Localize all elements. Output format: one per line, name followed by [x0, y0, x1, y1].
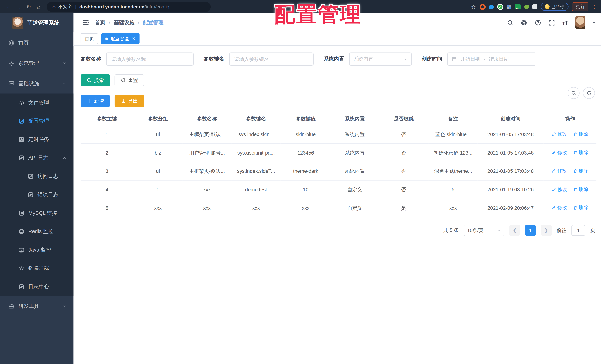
app-logo-row[interactable]: 芋道管理系统	[0, 13, 74, 33]
trash-icon	[573, 150, 578, 155]
sidebar-item-log-center[interactable]: 日志中心	[0, 278, 74, 296]
sidebar-item-file-manage[interactable]: 文件管理	[0, 94, 74, 112]
cell-group: xxx	[133, 199, 182, 217]
col-header: 参数主键	[80, 112, 133, 125]
close-tab-icon[interactable]: ✕	[132, 36, 135, 41]
fullscreen-icon[interactable]	[549, 19, 555, 26]
search-button[interactable]: 搜索	[80, 74, 110, 86]
sidebar-item-home[interactable]: 首页	[0, 32, 74, 53]
system-type-select[interactable]: 系统内置	[349, 52, 411, 66]
goto-page-input[interactable]	[571, 225, 585, 236]
cell-key: xxx	[231, 199, 281, 217]
param-key-input[interactable]	[229, 52, 313, 66]
delete-link[interactable]: 删除	[573, 149, 588, 156]
breadcrumb-section[interactable]: 基础设施	[114, 19, 134, 26]
sidebar-item-mysql-monitor[interactable]: MySQL 监控	[0, 204, 74, 222]
edit-link[interactable]: 修改	[552, 131, 567, 137]
refresh-icon	[121, 78, 126, 83]
search-icon[interactable]	[507, 19, 514, 26]
extension-check-icon[interactable]: ✓	[497, 4, 503, 10]
tag-home[interactable]: 首页	[80, 33, 98, 44]
bookmark-star-icon[interactable]: ☆	[471, 4, 476, 10]
delete-link[interactable]: 删除	[573, 205, 588, 211]
cell-type: 系统内置	[331, 143, 379, 162]
sidebar-item-java-monitor[interactable]: Java 监控	[0, 241, 74, 259]
extensions-puzzle-icon[interactable]	[532, 4, 537, 9]
add-button-label: 新增	[94, 98, 104, 104]
cell-created: 2021-01-05 17:03:48	[478, 143, 544, 162]
chevron-down-icon	[62, 304, 67, 308]
sidebar-item-access-logs[interactable]: 访问日志	[0, 167, 74, 186]
param-name-label: 参数名称	[80, 56, 101, 62]
browser-update-button[interactable]: 更新	[572, 2, 588, 11]
breadcrumb-home[interactable]: 首页	[95, 19, 105, 26]
table-row: 3 ui 主框架页-侧边... sys.index.sideT... theme…	[80, 162, 596, 181]
edit-link[interactable]: 修改	[552, 168, 567, 174]
extension-grid-icon[interactable]	[506, 4, 511, 9]
col-header: 备注	[429, 112, 478, 125]
col-header: 参数键值	[281, 112, 331, 125]
export-button[interactable]: 导出	[115, 95, 144, 107]
sidebar-item-trace[interactable]: 链路追踪	[0, 259, 74, 278]
date-separator: -	[484, 56, 485, 62]
user-menu-caret-icon[interactable]	[592, 22, 596, 25]
prev-page-button[interactable]: ❮	[510, 225, 520, 236]
extension-leaf-icon[interactable]	[524, 4, 529, 9]
edit-link[interactable]: 修改	[552, 186, 567, 193]
sidebar-item-dev-tools[interactable]: 研发工具	[0, 296, 74, 316]
delete-link[interactable]: 删除	[573, 131, 588, 137]
sidebar-item-infra[interactable]: 基础设施	[0, 73, 74, 93]
paused-badge[interactable]: 已暂停	[541, 3, 569, 11]
toggle-search-button[interactable]	[568, 87, 579, 99]
delete-link[interactable]: 删除	[573, 168, 588, 174]
edit-link[interactable]: 修改	[552, 149, 567, 156]
extension-on-icon[interactable]: on	[515, 4, 521, 9]
cloud-upload-icon	[19, 100, 25, 106]
cell-remark: xxx	[429, 199, 478, 217]
cell-type: 自定义	[331, 181, 379, 199]
paused-label: 已暂停	[551, 4, 565, 10]
collapse-menu-icon[interactable]	[83, 20, 90, 26]
delete-link[interactable]: 删除	[573, 186, 588, 193]
cell-key: sys.index.sideT...	[231, 162, 281, 181]
cell-sensitive: 是	[379, 199, 429, 217]
browser-back-icon[interactable]: ←	[4, 3, 14, 10]
cell-actions: 修改 删除	[544, 199, 596, 217]
sidebar-item-redis-monitor[interactable]: Redis 监控	[0, 222, 74, 241]
browser-forward-icon[interactable]: →	[14, 3, 24, 10]
add-button[interactable]: 新增	[80, 95, 110, 107]
edit-label: 修改	[557, 149, 567, 156]
system-type-label: 系统内置	[323, 56, 344, 62]
date-range-picker[interactable]: 开始日期 - 结束日期	[447, 52, 536, 66]
user-avatar[interactable]	[575, 16, 585, 29]
sidebar-item-error-logs[interactable]: 错误日志	[0, 186, 74, 204]
extension-pin-icon[interactable]	[489, 4, 493, 9]
github-icon[interactable]	[521, 19, 528, 26]
current-page-button[interactable]: 1	[525, 225, 536, 236]
tag-config-manage[interactable]: 配置管理 ✕	[101, 33, 140, 44]
sidebar-item-system[interactable]: 系统管理	[0, 53, 74, 73]
cell-type: 系统内置	[331, 162, 379, 181]
search-button-label: 搜索	[94, 77, 104, 84]
browser-menu-icon[interactable]: ⋮	[592, 4, 597, 10]
browser-reload-icon[interactable]: ↻	[24, 3, 34, 10]
font-size-icon[interactable]: TT	[562, 20, 568, 26]
address-bar[interactable]: ⚠ 不安全 | dashboard.yudao.iocoder.cn/infra…	[47, 2, 211, 12]
reset-button[interactable]: 重置	[115, 74, 144, 86]
sidebar-item-scheduled-jobs[interactable]: 定时任务	[0, 130, 74, 149]
cell-id: 4	[80, 181, 133, 199]
edit-label: 修改	[557, 131, 567, 137]
col-header: 参数名称	[182, 112, 231, 125]
page-size-select[interactable]: 10条/页	[464, 224, 504, 236]
sidebar-item-api-logs[interactable]: API 日志	[0, 149, 74, 167]
param-name-input[interactable]	[106, 52, 193, 66]
edit-link[interactable]: 修改	[552, 205, 567, 211]
browser-home-icon[interactable]: ⌂	[34, 3, 44, 10]
sidebar-item-config-manage[interactable]: 配置管理	[0, 112, 74, 130]
next-page-button[interactable]: ❯	[541, 225, 551, 236]
extension-orange-icon[interactable]	[479, 4, 485, 10]
refresh-table-button[interactable]	[583, 87, 595, 99]
help-icon[interactable]	[535, 19, 541, 26]
sidebar-item-label: 系统管理	[19, 60, 39, 67]
cell-sensitive: 否	[379, 181, 429, 199]
